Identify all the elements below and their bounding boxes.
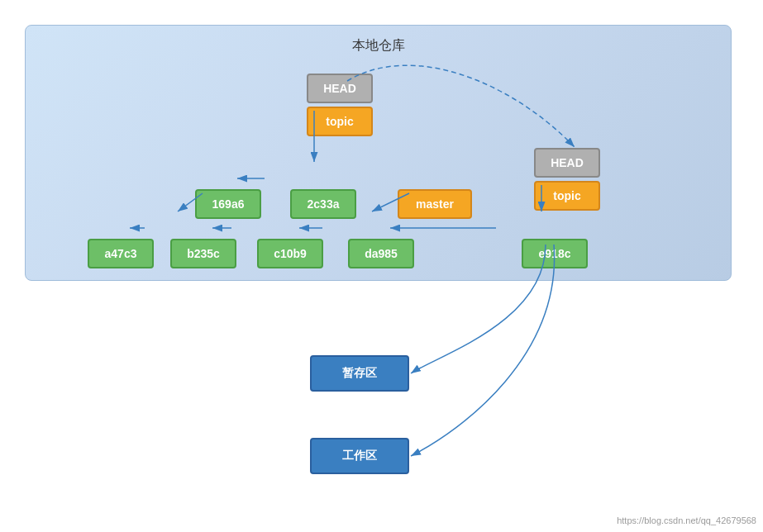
topic1-box: topic — [307, 107, 373, 136]
staging-box: 暂存区 — [310, 355, 409, 392]
commit-2c33a: 2c33a — [290, 189, 356, 219]
commit-da985: da985 — [348, 239, 414, 268]
repo-container: 本地仓库 HEAD topic HEAD topic master 169a6 … — [25, 25, 732, 281]
commit-c10b9: c10b9 — [257, 239, 323, 268]
master-box: master — [398, 189, 472, 219]
working-box: 工作区 — [310, 438, 409, 474]
head1-box: HEAD — [307, 74, 373, 103]
commit-a47c3: a47c3 — [88, 239, 154, 268]
watermark: https://blog.csdn.net/qq_42679568 — [617, 515, 756, 525]
commit-169a6: 169a6 — [195, 189, 261, 219]
commit-b235c: b235c — [170, 239, 236, 268]
head2-box: HEAD — [534, 148, 600, 178]
repo-title: 本地仓库 — [26, 37, 731, 55]
commit-e918c: e918c — [522, 239, 588, 268]
topic2-box: topic — [534, 181, 600, 211]
